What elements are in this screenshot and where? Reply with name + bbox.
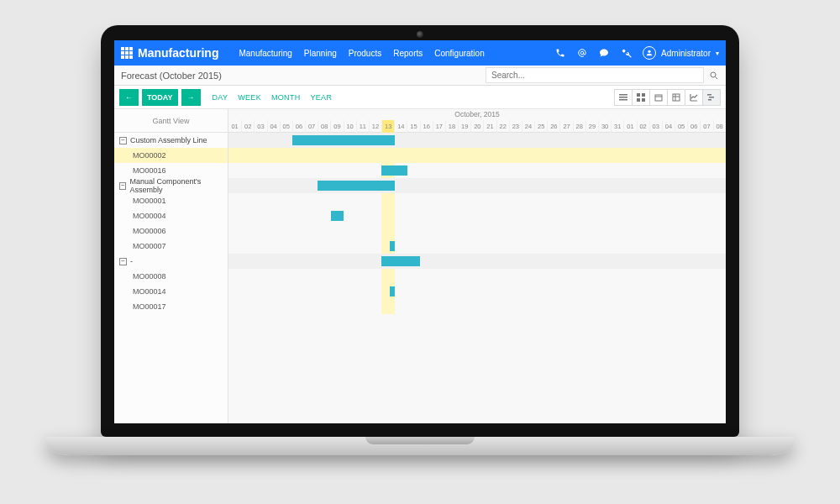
gantt-row	[228, 223, 726, 239]
svg-rect-3	[619, 94, 627, 96]
gantt-day-cell: 08	[713, 120, 726, 133]
scale-switcher: DAY WEEK MONTH YEAR	[213, 93, 333, 102]
gantt-item-mo00008[interactable]: MO00008	[114, 269, 228, 284]
scale-week[interactable]: WEEK	[238, 93, 261, 102]
gantt-row	[228, 208, 726, 223]
gantt-day-cell: 28	[573, 120, 585, 133]
svg-rect-5	[619, 99, 627, 101]
gantt-day-cell: 27	[559, 120, 572, 133]
gantt-day-cell: 18	[445, 120, 458, 133]
gantt-day-cell: 03	[649, 120, 662, 133]
gantt-day-cell: 02	[637, 120, 649, 133]
view-gantt-icon[interactable]	[702, 89, 721, 106]
gantt-day-cell: 01	[228, 120, 241, 133]
gantt-day-cell: 04	[662, 120, 675, 133]
nav-menu-manufacturing[interactable]: Manufacturing	[239, 49, 291, 58]
gantt-bar[interactable]	[390, 286, 395, 297]
gantt-day-cell: 16	[420, 120, 433, 133]
gantt-row	[228, 193, 726, 208]
view-graph-icon[interactable]	[685, 89, 703, 106]
gantt-day-cell: 01	[623, 120, 636, 133]
gantt-bar[interactable]	[318, 181, 394, 191]
svg-point-1	[648, 50, 650, 53]
view-list-icon[interactable]	[614, 89, 633, 106]
gantt-bar[interactable]	[381, 256, 420, 266]
gantt-day-cell: 24	[522, 120, 534, 133]
search-icon[interactable]	[709, 71, 719, 81]
gantt-item-mo00016[interactable]: MO00016	[114, 163, 228, 178]
gantt-day-cell: 04	[267, 120, 280, 133]
gantt-item-mo00006[interactable]: MO00006	[114, 223, 228, 239]
prev-button[interactable]: ←	[119, 89, 139, 106]
collapse-icon[interactable]: −	[119, 137, 127, 144]
gantt-group-row	[228, 133, 726, 148]
next-button[interactable]: →	[181, 89, 201, 106]
scale-month[interactable]: MONTH	[271, 93, 301, 102]
gantt-bar[interactable]	[331, 211, 344, 221]
gantt-group-row	[228, 254, 726, 269]
collapse-icon[interactable]: −	[119, 258, 127, 265]
gantt-bar[interactable]	[381, 165, 407, 176]
tools-icon[interactable]	[621, 48, 631, 58]
apps-grid-icon[interactable]	[121, 47, 133, 59]
svg-point-2	[711, 72, 716, 77]
gantt-group--[interactable]: −-	[114, 254, 228, 269]
chat-icon[interactable]	[599, 48, 609, 58]
svg-rect-11	[673, 94, 680, 101]
gantt-month-label: October, 2015	[228, 109, 726, 120]
phone-icon[interactable]	[555, 48, 565, 58]
gantt-day-cell: 13	[381, 120, 394, 133]
nav-menu-configuration[interactable]: Configuration	[434, 49, 484, 58]
gantt-item-mo00001[interactable]: MO00001	[114, 193, 228, 208]
gantt-item-mo00014[interactable]: MO00014	[114, 284, 228, 299]
search-input[interactable]	[486, 67, 704, 83]
gantt-day-cell: 08	[318, 120, 330, 133]
gantt-day-cell: 14	[394, 120, 407, 133]
gantt-group-manual-component-s-assembly[interactable]: −Manual Component's Assembly	[114, 178, 228, 193]
gantt-bar[interactable]	[390, 241, 395, 251]
gantt-item-mo00017[interactable]: MO00017	[114, 299, 228, 314]
user-avatar-icon	[643, 46, 656, 60]
svg-rect-8	[637, 98, 640, 102]
gantt-day-cell: 20	[470, 120, 483, 133]
svg-rect-12	[707, 94, 711, 96]
view-calendar-icon[interactable]	[649, 89, 668, 106]
collapse-icon[interactable]: −	[119, 182, 126, 190]
svg-rect-9	[642, 98, 645, 102]
gantt-row	[228, 299, 726, 314]
gantt-item-mo00002[interactable]: MO00002	[114, 148, 228, 163]
gantt-bar[interactable]	[292, 135, 395, 145]
gantt-row	[228, 284, 726, 299]
app-title: Manufacturing	[138, 46, 218, 60]
gantt-group-custom-assembly-line[interactable]: −Custom Assembly Line	[114, 133, 228, 148]
nav-menu-planning[interactable]: Planning	[304, 49, 337, 58]
nav-user[interactable]: Administrator ▾	[643, 46, 719, 60]
nav-menu-products[interactable]: Products	[349, 49, 381, 58]
view-pivot-icon[interactable]	[667, 89, 685, 106]
gantt-item-mo00007[interactable]: MO00007	[114, 239, 228, 254]
gantt-day-cell: 31	[611, 120, 623, 133]
svg-rect-7	[642, 93, 645, 97]
gantt-day-cell: 03	[254, 120, 266, 133]
page-title: Forecast (October 2015)	[121, 71, 222, 81]
navbar: Manufacturing Manufacturing Planning Pro…	[114, 40, 726, 66]
gantt-item-mo00004[interactable]: MO00004	[114, 208, 228, 223]
gantt-day-cell: 11	[356, 120, 369, 133]
at-icon[interactable]	[577, 48, 587, 58]
gantt-days-header: 0102030405060708091011121314151617181920…	[228, 120, 726, 133]
gantt-timeline[interactable]: October, 2015 01020304050607080910111213…	[228, 109, 726, 423]
svg-rect-6	[637, 93, 640, 97]
gantt-day-cell: 21	[483, 120, 496, 133]
gantt-day-cell: 15	[407, 120, 419, 133]
scale-year[interactable]: YEAR	[310, 93, 332, 102]
gantt-day-cell: 12	[369, 120, 381, 133]
svg-rect-13	[709, 97, 714, 98]
gantt-day-cell: 05	[675, 120, 687, 133]
nav-menu-reports[interactable]: Reports	[393, 49, 423, 58]
control-row: ← TODAY → DAY WEEK MONTH YEAR	[114, 86, 726, 109]
today-button[interactable]: TODAY	[142, 89, 178, 106]
view-kanban-icon[interactable]	[632, 89, 650, 106]
scale-day[interactable]: DAY	[213, 93, 228, 102]
gantt-row	[228, 163, 726, 178]
gantt-row	[228, 269, 726, 284]
